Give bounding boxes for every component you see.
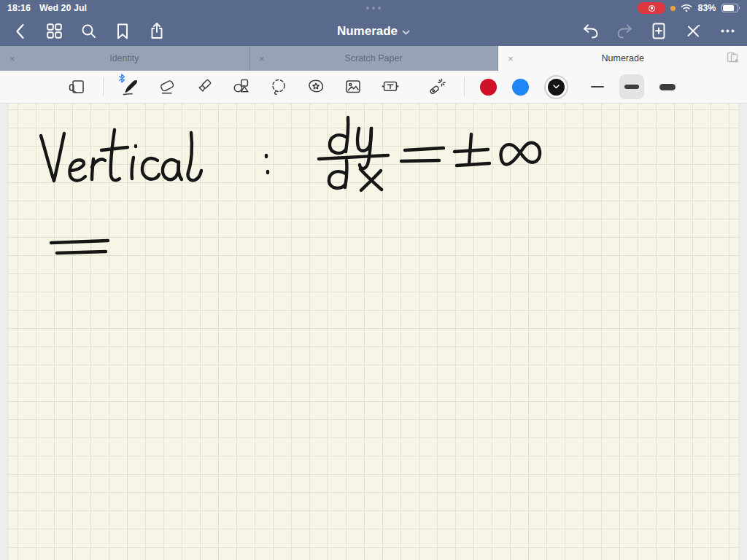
nav-right-group: [581, 22, 737, 41]
shapes-tool-button[interactable]: [231, 76, 252, 98]
tab-close-icon[interactable]: ×: [259, 53, 265, 64]
navigation-bar: Numerade: [0, 16, 747, 46]
eraser-tool-button[interactable]: [156, 76, 178, 98]
search-button[interactable]: [79, 22, 98, 41]
multitasking-indicator[interactable]: [366, 7, 381, 9]
drawing-toolbar: [0, 71, 747, 104]
undo-icon: [582, 23, 599, 39]
color-red-swatch[interactable]: [480, 79, 497, 96]
page-template-icon: [67, 77, 86, 96]
notes-app-window: 18:16 Wed 20 Jul 83% Numerade: [0, 0, 747, 560]
stroke-thin-button[interactable]: [591, 86, 604, 88]
page-template-button[interactable]: [66, 76, 88, 98]
add-page-button[interactable]: [649, 22, 668, 41]
eraser-icon: [158, 77, 177, 96]
text-tool-button[interactable]: [379, 76, 401, 98]
screen-recording-indicator[interactable]: [638, 2, 665, 14]
tab-bar: × Identity × Scratch Paper × Numerade: [0, 46, 747, 71]
handwriting-ink: [0, 104, 747, 560]
microphone-in-use-dot: [670, 6, 676, 11]
thumbnails-button[interactable]: [44, 22, 63, 41]
tab-label: Scratch Paper: [344, 53, 402, 63]
tab-close-icon[interactable]: ×: [508, 53, 514, 64]
stroke-thick-button[interactable]: [659, 84, 676, 90]
stroke-medium-bar: [624, 85, 639, 89]
search-icon: [81, 23, 96, 39]
status-left: 18:16 Wed 20 Jul: [7, 3, 87, 13]
undo-button[interactable]: [581, 22, 600, 41]
chevron-left-icon: [15, 23, 25, 39]
lasso-tool-button[interactable]: [268, 76, 290, 98]
laser-pointer-icon: [428, 77, 447, 96]
redo-button[interactable]: [615, 22, 634, 41]
image-icon: [344, 77, 363, 96]
sticker-star-icon: [306, 77, 325, 96]
tab-label: Numerade: [601, 53, 643, 63]
shapes-icon: [232, 77, 251, 96]
share-icon: [150, 23, 164, 39]
document-title-label: Numerade: [337, 24, 398, 39]
toolbar-divider: [464, 77, 465, 96]
text-icon: [381, 77, 400, 96]
color-black-swatch-selected[interactable]: [548, 79, 565, 96]
tab-identity[interactable]: × Identity: [0, 46, 249, 71]
more-options-button[interactable]: [718, 22, 737, 41]
canvas-area: [0, 104, 747, 560]
bookmark-icon: [116, 23, 129, 39]
status-right: 83%: [638, 2, 740, 14]
redo-icon: [616, 23, 633, 39]
battery-percent: 83%: [697, 3, 716, 13]
color-blue-swatch[interactable]: [512, 79, 529, 96]
bluetooth-icon: [118, 74, 125, 83]
add-page-icon: [651, 23, 666, 39]
ellipsis-icon: [720, 23, 735, 39]
tab-close-icon[interactable]: ×: [9, 53, 15, 64]
stroke-medium-button-selected[interactable]: [619, 74, 644, 99]
chevron-down-icon: [402, 30, 410, 35]
grid-icon: [47, 23, 62, 39]
nav-left-group: [10, 22, 166, 41]
highlighter-tool-button[interactable]: [193, 76, 215, 98]
lasso-icon: [269, 77, 288, 96]
toolbar-divider: [103, 77, 104, 96]
back-button[interactable]: [10, 22, 29, 41]
image-tool-button[interactable]: [342, 76, 364, 98]
pen-tool-button[interactable]: [119, 76, 141, 98]
share-button[interactable]: [147, 22, 166, 41]
laser-pointer-tool-button[interactable]: [427, 76, 449, 98]
tab-label: Identity: [109, 53, 139, 63]
tab-scratch-paper[interactable]: × Scratch Paper: [249, 46, 499, 71]
record-icon: [649, 5, 655, 12]
wifi-icon: [681, 4, 692, 12]
pen-mode-toggle-button[interactable]: [684, 22, 703, 41]
tab-numerade-active[interactable]: × Numerade: [498, 46, 747, 71]
chevron-down-icon: [553, 85, 560, 89]
clock: 18:16: [7, 3, 31, 13]
battery-icon: [721, 4, 740, 12]
highlighter-icon: [195, 77, 214, 96]
date: Wed 20 Jul: [39, 3, 87, 13]
status-bar: 18:16 Wed 20 Jul 83%: [0, 0, 747, 16]
split-view-icon[interactable]: [727, 51, 739, 63]
stickers-tool-button[interactable]: [305, 76, 327, 98]
close-x-icon: [686, 23, 701, 39]
bookmark-button[interactable]: [113, 22, 132, 41]
